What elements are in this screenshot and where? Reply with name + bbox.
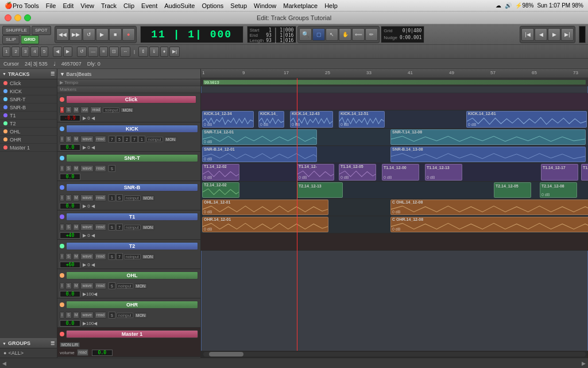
kick-i-btn[interactable]: I (60, 136, 64, 143)
zoom-btn[interactable]: 🔍 (299, 28, 312, 41)
ohl-clip-2[interactable]: C OHL.14_12-08 0 dB (390, 200, 588, 215)
snrb-mon[interactable]: MON (142, 195, 154, 201)
prev-btn[interactable]: ◀ (535, 28, 547, 41)
minimize-button[interactable] (14, 14, 21, 21)
spot-btn[interactable]: SPOT (32, 26, 51, 35)
t2-track-name[interactable]: T2 (66, 242, 198, 250)
menu-clip[interactable]: Clip (123, 2, 134, 9)
trim-btn[interactable]: ⟸ (352, 28, 365, 41)
loop-btn[interactable]: ↺ (83, 28, 95, 41)
menu-audiosuite[interactable]: AudioSuite (164, 2, 195, 9)
back-btn[interactable]: ◀◀ (56, 28, 69, 41)
apple-menu[interactable]: 🍎 (5, 2, 13, 9)
t2-s-btn[interactable]: S (65, 253, 72, 260)
kick-s-btn[interactable]: S (65, 136, 72, 143)
menu-edit[interactable]: Edit (63, 2, 74, 9)
menu-view[interactable]: View (80, 2, 94, 9)
t1-m-btn[interactable]: M (73, 224, 80, 231)
ohl-wave-btn[interactable]: wave (80, 282, 93, 289)
snrb-noinput[interactable]: noinput (124, 195, 141, 201)
grid-btn[interactable]: GRID (21, 35, 39, 44)
groups-header[interactable]: ▼ GROUPS ☰ (0, 338, 57, 348)
snrb-s-btn[interactable]: S (65, 194, 72, 201)
menu-setup[interactable]: Setup (230, 2, 247, 9)
track-item-t2[interactable]: T2 (0, 120, 57, 128)
snrb-clip-1[interactable]: SNR-B.14_12-01 0 dB (202, 147, 317, 162)
v-zoom-btn[interactable]: ⇕ (138, 47, 148, 57)
t2-read-btn[interactable]: read (95, 253, 106, 260)
timeline-ruler[interactable]: 1 9 17 25 33 41 49 57 65 73 (201, 69, 588, 78)
ohl-noinput[interactable]: noinput (117, 283, 133, 289)
track-item-snrb[interactable]: SNR-B (0, 103, 57, 112)
t2-clip-2[interactable]: T2.14_12-13 (297, 182, 343, 198)
ohr-noinput[interactable]: noinput (117, 313, 133, 318)
kick-clip-5[interactable]: KICK.14_12-61 0 dB (466, 111, 587, 128)
snrb-wave-btn[interactable]: wave (80, 194, 93, 201)
slip-btn[interactable]: SLIP (2, 35, 20, 44)
master-mon-lr[interactable]: MON L/R (60, 342, 80, 347)
ohl-s-btn[interactable]: S (65, 282, 72, 289)
snrt-i-btn[interactable]: I (60, 165, 64, 172)
ohr-m-btn[interactable]: M (73, 312, 80, 319)
group-all[interactable]: ● <ALL> (0, 348, 57, 358)
groups-menu-icon[interactable]: ☰ (51, 341, 55, 346)
snrb-m-btn[interactable]: M (73, 194, 80, 201)
t1-clip-6[interactable]: T1.14_12-17 (541, 164, 578, 181)
click-solo-btn[interactable]: S (65, 106, 72, 113)
tab-btn-4[interactable]: 4 (30, 47, 38, 57)
t1-track-name[interactable]: T1 (66, 213, 198, 221)
t1-clip-4[interactable]: T1.14_12-00 0 dB (382, 164, 419, 181)
ohr-wave-btn[interactable]: wave (80, 312, 93, 319)
snrb-read-btn[interactable]: read (95, 194, 106, 201)
master-track-name[interactable]: Master 1 (66, 330, 198, 338)
ohr-clip-1[interactable]: OHR.14_12-01 0 dB (202, 217, 328, 232)
t2-clip-1[interactable]: T2.14_12-02 (202, 182, 239, 198)
snrb-i-btn[interactable]: I (60, 194, 64, 201)
snrt-clip-1[interactable]: SNR-T.14_12-01 0 dB (202, 129, 317, 145)
t2-mon[interactable]: MON (142, 254, 154, 259)
kick-clip-4[interactable]: KICK.14_12-51 0 dB (339, 111, 385, 128)
ohl-mon[interactable]: MON (134, 283, 147, 289)
scroll-thumb[interactable] (209, 352, 243, 356)
menu-marketplace[interactable]: Marketplace (283, 2, 318, 9)
ohl-track-name[interactable]: OHL (66, 271, 198, 279)
snrb-clip-2[interactable]: SNR-B.14_13-08 (390, 147, 586, 162)
t1-noinput[interactable]: noinput (124, 225, 141, 230)
maximize-button[interactable] (24, 14, 31, 21)
ohr-mon[interactable]: MON (134, 313, 147, 318)
click-read-btn[interactable]: read (90, 106, 102, 113)
scroll-right-btn[interactable]: ▶ (63, 47, 72, 57)
v-zoom2-btn[interactable]: ⇓ (149, 47, 159, 57)
t2-i-btn[interactable]: I (60, 253, 64, 260)
kick-clip-2[interactable]: KICK.14_ 0 dB (258, 111, 284, 128)
select-btn[interactable]: ▢ (312, 28, 325, 41)
ohr-i-btn[interactable]: I (60, 312, 64, 319)
t1-wave-btn[interactable]: wave (80, 224, 93, 231)
rtz-btn[interactable]: |◀ (521, 28, 534, 41)
click-mute-btn[interactable]: M (73, 106, 80, 113)
menu-protools[interactable]: Pro Tools (13, 2, 39, 9)
rec-btn[interactable]: ● (122, 28, 135, 41)
master-read-btn[interactable]: read (77, 349, 88, 356)
t2-wave-btn[interactable]: wave (80, 253, 93, 260)
kick-track-name[interactable]: KICK (66, 125, 198, 133)
horizontal-scrollbar[interactable] (201, 351, 588, 358)
menu-options[interactable]: Options (202, 2, 223, 9)
click-noinput[interactable]: noinput (103, 108, 119, 113)
tab-btn-5[interactable]: 5 (40, 47, 48, 57)
t1-mon[interactable]: MON (142, 225, 154, 230)
play-btn[interactable]: ▶ (96, 28, 109, 41)
kick-noinput[interactable]: noinput (146, 137, 163, 142)
t2-clip-4[interactable]: T2.14_12-08 0 dB (540, 182, 577, 198)
tempo-clip[interactable]: 99.9813 (203, 80, 586, 85)
end-btn[interactable]: ▶| (561, 28, 574, 41)
snrt-read-btn[interactable]: read (95, 165, 106, 172)
forward-btn[interactable]: ▶▶ (69, 28, 82, 41)
fit-btn[interactable]: ⊡ (109, 47, 119, 57)
t1-clip-3[interactable]: T1.14_12-05 0 dB (339, 164, 376, 181)
t1-clip-2[interactable]: T1.14_12- 0 dB (297, 164, 334, 181)
snrt-track-name[interactable]: SNR-T (66, 154, 198, 162)
track-item-t1[interactable]: T1 (0, 112, 57, 120)
snrt-wave-btn[interactable]: wave (80, 165, 93, 172)
click-mon[interactable]: MON (121, 108, 133, 113)
